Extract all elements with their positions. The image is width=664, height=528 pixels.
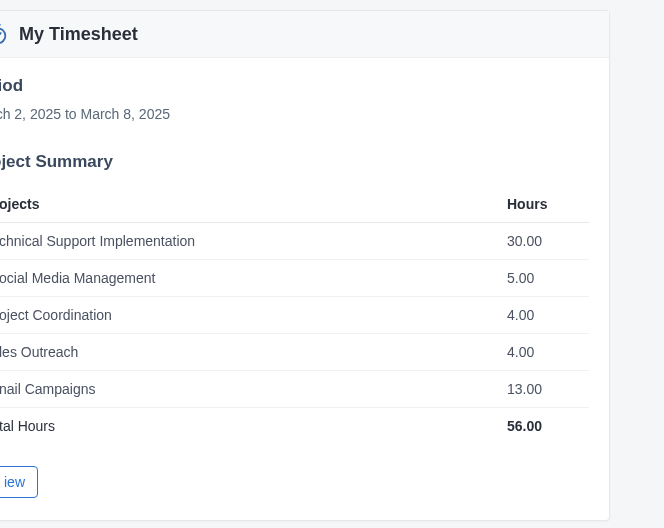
cell-hours: 4.00 [499, 334, 589, 371]
svg-line-1 [0, 33, 1, 36]
cell-project: ocial Media Management [0, 260, 499, 297]
view-button[interactable]: iew [0, 466, 38, 498]
table-total-row: tal Hours 56.00 [0, 408, 589, 445]
table-row: les Outreach 4.00 [0, 334, 589, 371]
timesheet-card: My Timesheet riod rch 2, 2025 to March 8… [0, 10, 610, 521]
project-summary-table: ojects Hours chnical Support Implementat… [0, 186, 589, 444]
page-title: My Timesheet [19, 24, 138, 45]
cell-project: oject Coordination [0, 297, 499, 334]
table-row: oject Coordination 4.00 [0, 297, 589, 334]
cell-project: les Outreach [0, 334, 499, 371]
table-header-row: ojects Hours [0, 186, 589, 223]
svg-point-0 [0, 29, 5, 44]
table-row: ocial Media Management 5.00 [0, 260, 589, 297]
col-hours: Hours [499, 186, 589, 223]
cell-total-label: tal Hours [0, 408, 499, 445]
period-text: rch 2, 2025 to March 8, 2025 [0, 106, 589, 122]
cell-project: chnical Support Implementation [0, 223, 499, 260]
cell-hours: 30.00 [499, 223, 589, 260]
stopwatch-icon [0, 23, 9, 45]
summary-heading: oject Summary [0, 152, 589, 172]
cell-hours: 4.00 [499, 297, 589, 334]
cell-hours: 13.00 [499, 371, 589, 408]
cell-project: nail Campaigns [0, 371, 499, 408]
table-row: chnical Support Implementation 30.00 [0, 223, 589, 260]
table-row: nail Campaigns 13.00 [0, 371, 589, 408]
cell-hours: 5.00 [499, 260, 589, 297]
period-heading: riod [0, 76, 589, 96]
card-body: riod rch 2, 2025 to March 8, 2025 oject … [0, 58, 609, 520]
col-projects: ojects [0, 186, 499, 223]
cell-total-hours: 56.00 [499, 408, 589, 445]
card-header: My Timesheet [0, 11, 609, 58]
